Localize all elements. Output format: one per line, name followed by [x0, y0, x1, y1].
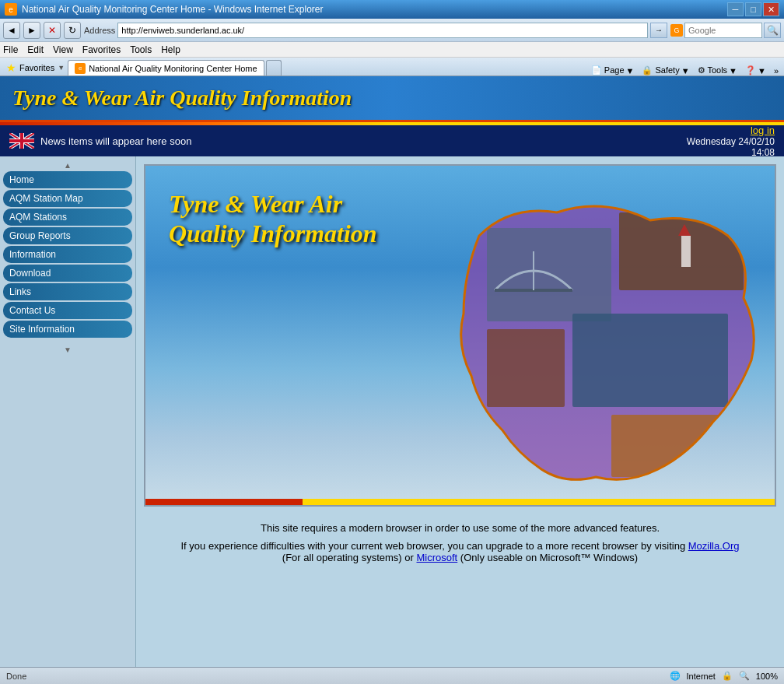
favorites-toolbar: ★ Favorites ▼ — [3, 60, 68, 75]
svg-rect-3 — [572, 314, 728, 407]
hero-title: Tyne & Wear Air Quality Information — [169, 189, 377, 249]
minimize-button[interactable]: ─ — [727, 2, 744, 16]
edit-menu[interactable]: Edit — [27, 44, 44, 55]
globe-icon: 🌐 — [670, 671, 681, 681]
browser-icon: e — [5, 3, 17, 16]
help-menu[interactable]: Help — [161, 44, 180, 55]
site-header: Tyne & Wear Air Quality Information — [0, 76, 784, 122]
file-menu[interactable]: File — [3, 44, 18, 55]
zone-text: Internet — [687, 672, 716, 681]
tools-button[interactable]: ⚙ Tools ▼ — [695, 65, 740, 75]
forward-button[interactable]: ► — [23, 22, 40, 39]
tab-bar: ★ Favorites ▼ e National Air Quality Mon… — [0, 58, 784, 76]
help-dropdown: ▼ — [758, 66, 766, 75]
main-content: ▲ Home AQM Station Map AQM Stations Grou… — [0, 156, 784, 684]
sidebar-item-site-information[interactable]: Site Information — [3, 321, 132, 338]
favorites-menu[interactable]: Favorites — [82, 44, 121, 55]
title-bar: e National Air Quality Monitoring Center… — [0, 0, 784, 19]
window-controls: ─ □ ✕ — [727, 2, 779, 16]
address-bar: Address → — [84, 23, 667, 38]
favorites-label[interactable]: Favorites — [19, 63, 54, 72]
address-label: Address — [84, 26, 115, 35]
search-input[interactable] — [684, 23, 762, 38]
stop-button[interactable]: ✕ — [44, 22, 61, 39]
sidebar-item-download[interactable]: Download — [3, 265, 132, 282]
status-text: Done — [6, 672, 26, 681]
content-area: Tyne & Wear Air Quality Information — [136, 156, 784, 684]
tab-favicon: e — [75, 63, 86, 74]
toolbar-right: 📄 Page ▼ 🔒 Safety ▼ ⚙ Tools ▼ ❓ ▼ » — [589, 65, 781, 75]
sidebar-item-group-reports[interactable]: Group Reports — [3, 227, 132, 244]
red-bar — [145, 499, 303, 505]
sidebar-inner: ▲ Home AQM Station Map AQM Stations Grou… — [3, 160, 132, 682]
sidebar-scroll: ▲ Home AQM Station Map AQM Stations Grou… — [3, 160, 132, 682]
zoom-icon: 🔍 — [739, 671, 750, 681]
sidebar-item-contact-us[interactable]: Contact Us — [3, 302, 132, 319]
news-text: News items will appear here soon — [40, 135, 191, 147]
yellow-bar — [303, 499, 775, 505]
status-bar: Done 🌐 Internet 🔒 🔍 100% — [0, 667, 784, 684]
page-button[interactable]: 📄 Page ▼ — [589, 65, 637, 75]
new-tab-button[interactable] — [266, 60, 282, 75]
info-line1: This site requires a modern browser in o… — [159, 522, 761, 534]
sidebar-item-aqm-stations[interactable]: AQM Stations — [3, 209, 132, 226]
search-button[interactable]: 🔍 — [764, 23, 781, 38]
svg-rect-7 — [681, 236, 691, 267]
sidebar-item-aqm-station-map[interactable]: AQM Station Map — [3, 190, 132, 207]
safety-button[interactable]: 🔒 Safety ▼ — [639, 65, 691, 75]
help-button[interactable]: ❓ ▼ — [743, 65, 768, 75]
page-dropdown: ▼ — [626, 66, 635, 75]
back-button[interactable]: ◄ — [3, 22, 20, 39]
hero-color-bars — [145, 499, 775, 505]
news-bar-left: News items will appear here soon — [9, 133, 191, 149]
sidebar: ▲ Home AQM Station Map AQM Stations Grou… — [0, 156, 136, 684]
sidebar-item-home[interactable]: Home — [3, 171, 132, 188]
login-link[interactable]: log in — [751, 125, 775, 136]
svg-rect-4 — [487, 329, 565, 407]
news-bar-right: log in Wednesday 24/02/10 14:08 — [687, 125, 775, 158]
tools-menu[interactable]: Tools — [130, 44, 152, 55]
google-icon: G — [670, 24, 683, 37]
news-bar: News items will appear here soon log in … — [0, 125, 784, 156]
scroll-up-icon[interactable]: ▲ — [3, 160, 132, 171]
extra-button[interactable]: » — [772, 66, 781, 75]
navigation-bar: ◄ ► ✕ ↻ Address → G 🔍 — [0, 19, 784, 42]
view-menu[interactable]: View — [53, 44, 73, 55]
status-right: 🌐 Internet 🔒 🔍 100% — [670, 671, 778, 681]
hero-section: Tyne & Wear Air Quality Information — [144, 164, 776, 507]
go-button[interactable]: → — [650, 23, 667, 38]
protected-icon: 🔒 — [722, 671, 733, 681]
sidebar-item-links[interactable]: Links — [3, 283, 132, 300]
info-section: This site requires a modern browser in o… — [144, 514, 776, 571]
search-box: G 🔍 — [670, 23, 781, 38]
svg-rect-5 — [611, 415, 736, 477]
close-button[interactable]: ✕ — [763, 2, 779, 16]
maximize-button[interactable]: □ — [745, 2, 761, 16]
zoom-text: 100% — [756, 672, 778, 681]
microsoft-link[interactable]: Microsoft — [417, 552, 458, 563]
site-title: Tyne & Wear Air Quality Information — [12, 86, 352, 110]
favorites-dropdown-icon: ▼ — [58, 64, 65, 72]
address-input[interactable] — [117, 23, 648, 38]
tools-dropdown: ▼ — [729, 66, 737, 75]
menu-bar: File Edit View Favorites Tools Help — [0, 42, 784, 58]
map-container — [417, 174, 767, 485]
refresh-button[interactable]: ↻ — [64, 22, 81, 39]
uk-flag — [9, 133, 34, 149]
mozilla-link[interactable]: Mozilla.Org — [688, 540, 740, 552]
safety-dropdown: ▼ — [681, 66, 690, 75]
info-line2: If you experience difficulties with your… — [159, 540, 761, 563]
tab-label: National Air Quality Monitoring Center H… — [89, 64, 257, 73]
date-text: Wednesday 24/02/10 — [687, 136, 775, 147]
scroll-down-icon[interactable]: ▼ — [3, 344, 132, 356]
sidebar-item-information[interactable]: Information — [3, 246, 132, 263]
window-title: National Air Quality Monitoring Center H… — [22, 4, 324, 15]
map-illustration — [417, 174, 767, 485]
favorites-star-icon: ★ — [6, 61, 16, 74]
browser-tab[interactable]: e National Air Quality Monitoring Center… — [68, 60, 264, 75]
